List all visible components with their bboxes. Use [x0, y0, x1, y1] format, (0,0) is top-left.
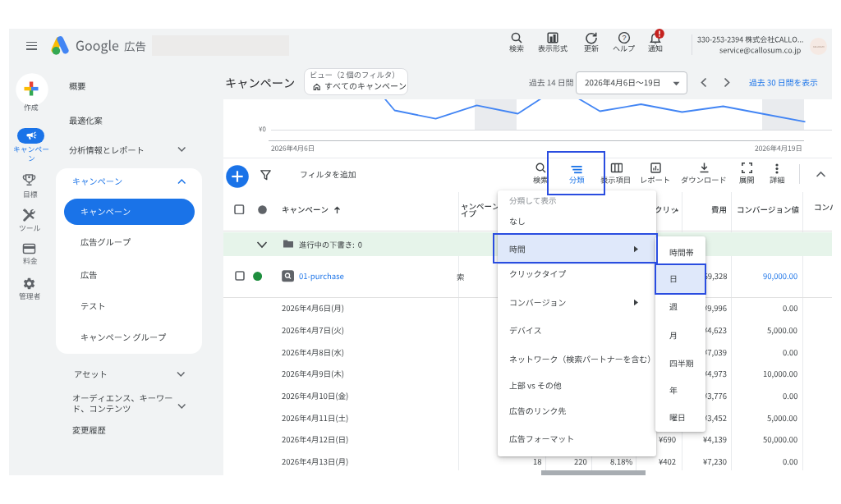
svg-text:?: ? [622, 34, 626, 42]
